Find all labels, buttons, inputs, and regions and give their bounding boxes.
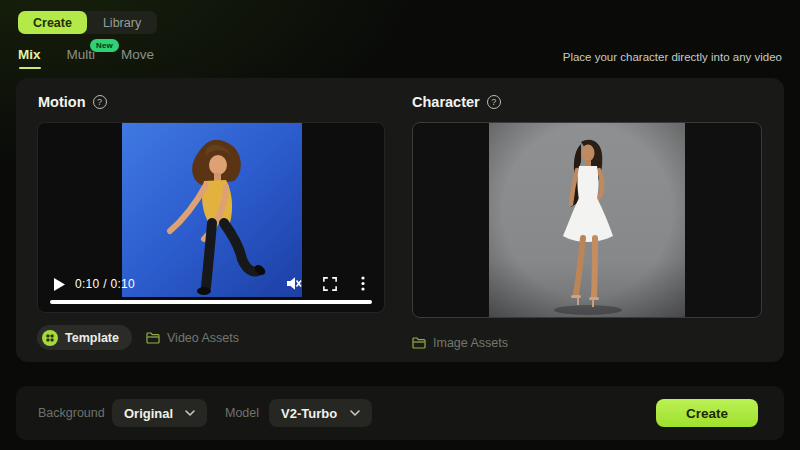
template-button[interactable]: Template [37, 325, 132, 350]
video-assets-button[interactable]: Video Assets [146, 325, 239, 350]
tagline-text: Place your character directly into any v… [563, 51, 782, 63]
mix-panel: Motion ? [16, 78, 784, 362]
image-assets-button[interactable]: Image Assets [412, 330, 508, 355]
motion-video-player[interactable]: 0:10 / 0:10 [37, 122, 385, 313]
mode-tabs: Mix Multi New Move [18, 47, 154, 69]
motion-help-icon[interactable]: ? [93, 95, 107, 109]
model-select[interactable]: V2-Turbo [269, 399, 372, 427]
model-label: Model [225, 386, 259, 440]
background-select[interactable]: Original [112, 399, 207, 427]
new-badge: New [90, 39, 119, 52]
template-icon [42, 330, 58, 346]
view-toggle: Create Library [18, 11, 157, 34]
model-select-value: V2-Turbo [281, 406, 337, 421]
character-upload-box[interactable] [412, 122, 762, 318]
video-time: 0:10 / 0:10 [75, 277, 135, 291]
footer-bar: Background Original Model V2-Turbo Creat… [16, 386, 784, 440]
tab-move[interactable]: Move [121, 47, 154, 69]
folder-icon [412, 337, 426, 349]
template-button-label: Template [65, 331, 119, 345]
background-select-value: Original [124, 406, 173, 421]
create-tab-button[interactable]: Create [18, 11, 87, 34]
video-assets-label: Video Assets [167, 331, 239, 345]
create-tab-label: Create [33, 16, 72, 30]
motion-title-label: Motion [38, 94, 86, 110]
library-tab-button[interactable]: Library [87, 11, 157, 34]
character-title-label: Character [412, 94, 480, 110]
library-tab-label: Library [103, 16, 141, 30]
create-button-label: Create [686, 406, 728, 421]
motion-section-title: Motion ? [38, 94, 107, 110]
tab-mix[interactable]: Mix [18, 47, 41, 69]
mute-icon[interactable] [286, 276, 302, 291]
character-help-icon[interactable]: ? [487, 95, 501, 109]
more-options-icon[interactable] [361, 276, 365, 291]
character-photo [489, 122, 685, 318]
image-assets-label: Image Assets [433, 336, 508, 350]
play-icon[interactable] [54, 278, 65, 291]
video-progress-bar[interactable] [50, 300, 372, 304]
tab-mix-label: Mix [18, 47, 41, 62]
motion-help-glyph: ? [97, 97, 102, 107]
chevron-down-icon [185, 410, 195, 416]
tab-move-label: Move [121, 47, 154, 62]
fullscreen-icon[interactable] [323, 277, 337, 291]
character-section-title: Character ? [412, 94, 501, 110]
tab-multi[interactable]: Multi New [67, 47, 96, 69]
chevron-down-icon [350, 410, 360, 416]
character-help-glyph: ? [491, 97, 496, 107]
background-label: Background [38, 386, 105, 440]
create-button[interactable]: Create [656, 399, 758, 427]
motion-video-frame [122, 123, 302, 297]
folder-icon [146, 332, 160, 344]
